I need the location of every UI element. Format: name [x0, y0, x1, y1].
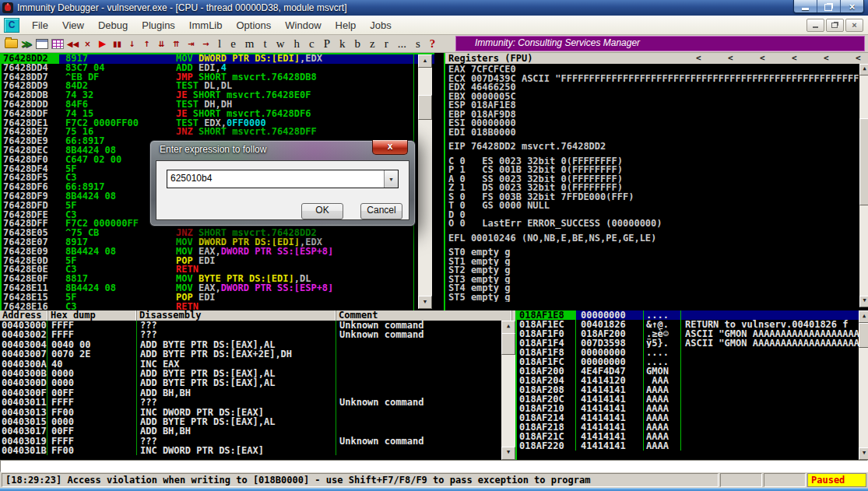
- toolbar-letter-help[interactable]: ?: [425, 37, 441, 51]
- pause-icon[interactable]: ▮▮: [110, 40, 125, 48]
- register-line[interactable]: ST1 empty g: [445, 258, 868, 267]
- toolbar-letter-e[interactable]: e: [226, 37, 241, 51]
- toolbar-letter-m[interactable]: m: [241, 37, 259, 51]
- register-line[interactable]: Z 1 DS 0023 32bit 0(FFFFFFFF): [445, 184, 868, 193]
- toolbar-letter-w[interactable]: w: [272, 37, 290, 51]
- disasm-row[interactable]: 76428DD7^EB DFJMP SHORT msvcrt.76428DB8: [2, 73, 434, 82]
- trace-over-icon[interactable]: ⇈: [169, 40, 184, 48]
- registers-scrollbar[interactable]: ▲ ▼: [859, 64, 868, 307]
- toolbar-letter-k[interactable]: k: [335, 37, 350, 51]
- menu-immlib[interactable]: ImmLib: [182, 16, 230, 34]
- disasm-row[interactable]: 76428E0EC3RETN: [2, 265, 434, 275]
- dump-row[interactable]: 00403019FFFF???Unknown command: [0, 437, 515, 446]
- registers-collapse-chevron[interactable]: <: [728, 53, 733, 64]
- register-line[interactable]: P 1 CS 001B 32bit 0(FFFFFFFF): [445, 166, 868, 175]
- menu-debug[interactable]: Debug: [91, 16, 135, 34]
- stack-row[interactable]: 018AF1EC00401826&↑@.RETURN to vulnserv.0…: [517, 320, 868, 329]
- stack-pane[interactable]: 018AF1E800000000....018AF1EC00401826&↑@.…: [515, 310, 868, 460]
- registers-collapse-chevron[interactable]: <: [856, 53, 861, 64]
- scroll-up-arrow[interactable]: ▲: [859, 310, 868, 323]
- register-line[interactable]: T 0 GS 0000 NULL: [445, 202, 868, 211]
- disasm-row[interactable]: 76428E078917MOV DWORD PTR DS:[EDI],EDX: [2, 238, 434, 247]
- dialog-close-button[interactable]: x: [372, 140, 408, 155]
- register-line[interactable]: ST5 empty g: [445, 293, 868, 303]
- disasm-row[interactable]: 76428DDD84F6TEST DH,DH: [2, 100, 434, 110]
- stack-row[interactable]: 018AF1F4007D3598ÿ5}.ASCII "GMON AAAAAAAA…: [517, 338, 868, 348]
- disasm-row[interactable]: 76428E098B4424 08MOV EAX,DWORD PTR SS:[E…: [2, 247, 434, 257]
- disasm-row[interactable]: 76428E155FPOP EDI: [2, 293, 434, 303]
- registers-collapse-chevron[interactable]: <: [824, 53, 829, 64]
- dump-row[interactable]: 0040300D0000ADD BYTE PTR DS:[EAX],AL: [0, 378, 515, 388]
- menu-jobs[interactable]: Jobs: [363, 16, 398, 34]
- stack-row[interactable]: 018AF1FC00000000....: [517, 357, 868, 366]
- menu-options[interactable]: Options: [229, 16, 278, 34]
- windows-button[interactable]: [34, 37, 50, 51]
- registers-collapse-chevron[interactable]: <: [792, 53, 797, 64]
- menu-window[interactable]: Window: [278, 16, 328, 34]
- register-line[interactable]: O 0 LastErr ERROR_SUCCESS (00000000): [445, 219, 868, 229]
- ok-button[interactable]: OK: [301, 203, 343, 219]
- toolbar-letter-r[interactable]: r: [380, 37, 393, 51]
- register-line[interactable]: EIP 76428DD2 msvcrt.76428DD2: [445, 142, 868, 152]
- rewind-icon[interactable]: ◀◀: [65, 40, 80, 48]
- register-line[interactable]: EFL 00010246 (NO,NB,E,BE,NS,PE,GE,LE): [445, 234, 868, 244]
- scroll-up-arrow[interactable]: ▲: [418, 54, 432, 68]
- step-into-icon[interactable]: ↓: [125, 40, 139, 48]
- breakpoints-button[interactable]: [50, 37, 65, 51]
- disasm-row[interactable]: 76428E05^75 CBJNZ SHORT msvcrt.76428DD2: [2, 229, 434, 238]
- stack-row[interactable]: 018AF20441414120 AAA: [517, 376, 868, 385]
- dump-header-hex-dump[interactable]: Hex dump: [48, 310, 137, 321]
- command-line-input[interactable]: [0, 460, 868, 472]
- register-gap[interactable]: [445, 137, 868, 142]
- stack-row[interactable]: 018AF1F0018AF200.≥è☺ASCII "GMON AAAAAAAA…: [517, 329, 868, 338]
- toolbar-letter-t[interactable]: t: [259, 37, 272, 51]
- dump-row[interactable]: 0040300B0000ADD BYTE PTR DS:[EAX],AL: [0, 369, 515, 378]
- stack-row[interactable]: 018AF22041414141AAAA: [517, 441, 868, 451]
- register-line[interactable]: S 0 FS 003B 32bit 7FFDE000(FFF): [445, 193, 868, 202]
- expression-input[interactable]: 625010b4: [167, 170, 384, 188]
- scroll-thumb[interactable]: [418, 95, 432, 120]
- dump-row[interactable]: 004030150000ADD BYTE PTR DS:[EAX],AL: [0, 417, 515, 426]
- register-line[interactable]: ST3 empty g: [445, 275, 868, 285]
- dump-row[interactable]: 0040301700FFADD BH,BH: [0, 426, 515, 436]
- mdi-restore-button[interactable]: [826, 19, 844, 32]
- register-line[interactable]: ESP 018AF1E8: [445, 101, 868, 110]
- toolbar-letter-b[interactable]: b: [350, 37, 366, 51]
- toolbar-letter-dotdotdot[interactable]: ...: [393, 37, 411, 51]
- dump-header-comment[interactable]: Comment: [336, 310, 512, 321]
- scroll-down-arrow[interactable]: ▼: [501, 447, 515, 460]
- dump-scrollbar[interactable]: ▲ ▼: [501, 321, 515, 460]
- disasm-row[interactable]: 76428DDF74 15JE SHORT msvcrt.76428DF6: [2, 110, 434, 119]
- disasm-row[interactable]: 76428DD984D2TEST DL,DL: [2, 82, 434, 91]
- disasm-row[interactable]: 76428DD28917MOV DWORD PTR DS:[EDI],EDX: [2, 54, 434, 64]
- scroll-down-arrow[interactable]: ▼: [859, 296, 868, 307]
- register-line[interactable]: EDI 018B0000: [445, 128, 868, 138]
- execute-till-return-icon[interactable]: ⇥: [184, 40, 199, 48]
- menu-help[interactable]: Help: [329, 16, 364, 34]
- stack-row[interactable]: 018AF21441414141AAAA: [517, 413, 868, 423]
- register-line[interactable]: EDX 46466250: [445, 83, 868, 93]
- register-line[interactable]: ST2 empty g: [445, 266, 868, 275]
- close-button[interactable]: ×: [841, 0, 863, 12]
- stop-icon[interactable]: ×: [80, 40, 95, 48]
- attach-button[interactable]: ≫: [19, 37, 34, 51]
- register-line[interactable]: EBX 0000005C: [445, 93, 868, 102]
- expression-combobox[interactable]: 625010b4 ▼: [167, 170, 399, 188]
- disasm-row[interactable]: 76428E0D5FPOP EDI: [2, 257, 434, 266]
- register-line[interactable]: A 0 SS 0023 32bit 0(FFFFFFFF): [445, 175, 868, 184]
- menu-file[interactable]: File: [25, 16, 55, 34]
- toolbar-letter-s[interactable]: s: [411, 37, 425, 51]
- register-line[interactable]: EBP 018AF9D8: [445, 110, 868, 120]
- stack-row[interactable]: 018AF20C41414141AAAA: [517, 395, 868, 404]
- step-over-icon[interactable]: ↑: [139, 40, 154, 48]
- scroll-thumb[interactable]: [859, 323, 868, 348]
- run-icon[interactable]: ▶: [95, 38, 110, 49]
- stack-row[interactable]: 018AF1E800000000....: [517, 310, 868, 320]
- register-gap[interactable]: [445, 243, 868, 248]
- scroll-thumb[interactable]: [501, 333, 515, 355]
- stack-row[interactable]: 018AF21041414141AAAA: [517, 404, 868, 413]
- scroll-down-arrow[interactable]: ▼: [418, 296, 432, 309]
- toolbar-letter-l[interactable]: l: [213, 37, 226, 51]
- scroll-thumb[interactable]: [859, 118, 868, 205]
- stack-scrollbar[interactable]: ▲ ▼: [859, 310, 868, 460]
